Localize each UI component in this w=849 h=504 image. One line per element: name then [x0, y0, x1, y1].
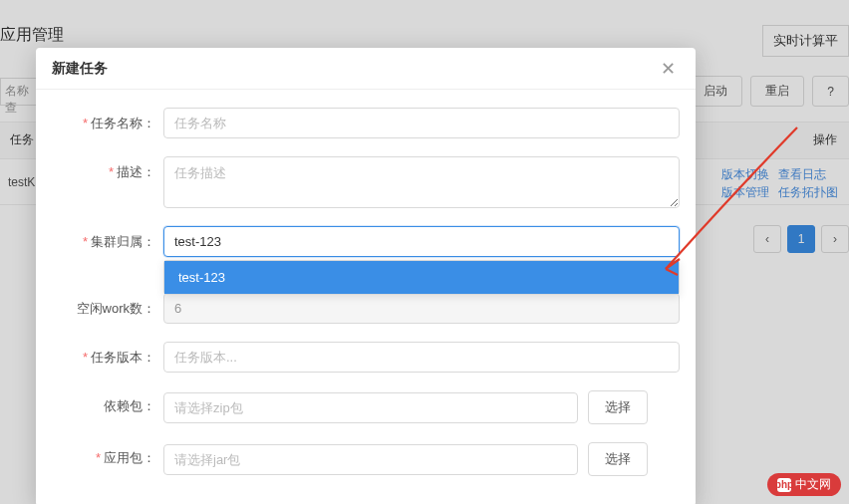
task-name-input[interactable]	[163, 108, 680, 138]
row-version: *任务版本：	[52, 342, 680, 373]
dep-pkg-input[interactable]	[163, 392, 578, 423]
workers-display: 6	[163, 293, 680, 324]
version-input[interactable]	[163, 342, 680, 373]
php-icon: php	[777, 478, 791, 492]
label-app-pkg: *应用包：	[52, 442, 163, 467]
label-workers: 空闲work数：	[52, 293, 163, 318]
app-pkg-select-button[interactable]: 选择	[588, 442, 648, 476]
watermark-text: 中文网	[795, 476, 831, 493]
watermark-badge: php 中文网	[767, 473, 841, 496]
dropdown-option-test-123[interactable]: test-123	[164, 261, 679, 294]
modal-body: *任务名称： *描述： *集群归属： test-123 空闲work数： 6	[36, 90, 696, 476]
label-desc: *描述：	[52, 156, 163, 181]
label-cluster: *集群归属：	[52, 226, 163, 251]
row-dep-pkg: 依赖包： 选择	[52, 390, 680, 424]
label-version: *任务版本：	[52, 342, 163, 367]
desc-input[interactable]	[163, 156, 680, 208]
new-task-modal: 新建任务 ✕ *任务名称： *描述： *集群归属： test-123 空	[36, 48, 696, 504]
cluster-input[interactable]	[163, 226, 680, 257]
cluster-dropdown: test-123	[163, 260, 680, 295]
row-task-name: *任务名称：	[52, 108, 680, 138]
label-dep-pkg: 依赖包：	[52, 390, 163, 415]
row-cluster: *集群归属： test-123	[52, 226, 680, 257]
app-pkg-input[interactable]	[163, 444, 578, 475]
modal-title: 新建任务	[52, 60, 108, 78]
dep-pkg-select-button[interactable]: 选择	[588, 390, 648, 424]
modal-header: 新建任务 ✕	[36, 48, 696, 90]
label-task-name: *任务名称：	[52, 108, 163, 132]
row-desc: *描述：	[52, 156, 680, 208]
row-workers: 空闲work数： 6	[52, 293, 680, 324]
row-app-pkg: *应用包： 选择	[52, 442, 680, 476]
close-icon[interactable]: ✕	[657, 56, 680, 82]
